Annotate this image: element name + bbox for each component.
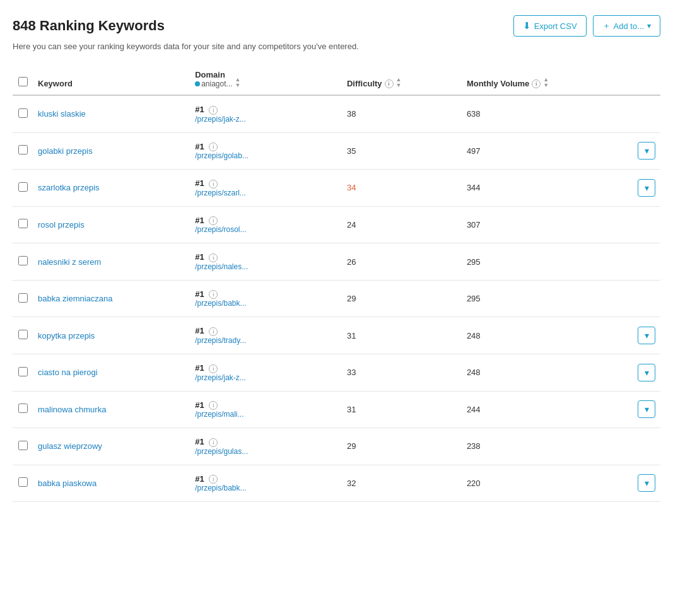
row-checkbox-8[interactable] xyxy=(18,404,28,413)
rank-info-icon[interactable]: i xyxy=(209,216,218,225)
keyword-link[interactable]: szarlotka przepis xyxy=(38,183,100,192)
chevron-down-icon: ▾ xyxy=(645,146,649,156)
row-dropdown-button[interactable]: ▾ xyxy=(638,474,655,492)
chevron-down-icon: ▾ xyxy=(647,21,651,30)
row-checkbox-cell[interactable] xyxy=(13,206,33,243)
keyword-cell: rosol przepis xyxy=(33,206,190,243)
keyword-link[interactable]: ciasto na pierogi xyxy=(38,368,98,377)
row-checkbox-1[interactable] xyxy=(18,145,28,154)
difficulty-sort-icon: ▲▼ xyxy=(396,77,402,88)
row-checkbox-cell[interactable] xyxy=(13,391,33,428)
row-checkbox-cell[interactable] xyxy=(13,170,33,207)
row-checkbox-cell[interactable] xyxy=(13,132,33,170)
table-header-row: Keyword Domain aniagot... ▲▼ xyxy=(13,64,660,95)
difficulty-info-icon[interactable]: i xyxy=(385,79,394,88)
monthly-volume-cell: 238 xyxy=(462,428,633,465)
rank-number: #1 xyxy=(195,400,204,410)
rank-info-icon[interactable]: i xyxy=(209,142,218,151)
domain-sort-icon: ▲▼ xyxy=(235,77,241,88)
rank-cell: #1 i /przepis/trady... xyxy=(190,317,342,354)
keyword-cell: babka piaskowa xyxy=(33,465,190,502)
row-dropdown-button[interactable]: ▾ xyxy=(638,327,655,344)
row-dropdown-button[interactable]: ▾ xyxy=(638,400,655,418)
row-checkbox-cell[interactable] xyxy=(13,428,33,465)
keyword-link[interactable]: malinowa chmurka xyxy=(38,405,106,414)
table-body: kluski slaskie #1 i /przepis/jak-z... 38… xyxy=(13,95,660,502)
row-checkbox-cell[interactable] xyxy=(13,243,33,281)
rank-path: /przepis/golab... xyxy=(195,151,337,160)
plus-icon: ＋ xyxy=(602,20,611,32)
rank-info-icon[interactable]: i xyxy=(209,180,218,189)
row-checkbox-cell[interactable] xyxy=(13,354,33,391)
rank-info-icon[interactable]: i xyxy=(209,290,218,299)
domain-column-header[interactable]: Domain aniagot... ▲▼ xyxy=(190,64,342,95)
action-cell: ▾ xyxy=(633,391,660,428)
keyword-link[interactable]: kluski slaskie xyxy=(38,109,86,119)
monthly-value: 220 xyxy=(467,479,481,488)
add-label: Add to... xyxy=(614,21,644,31)
rank-cell: #1 i /przepis/mali... xyxy=(190,391,342,428)
row-checkbox-7[interactable] xyxy=(18,367,28,376)
difficulty-cell: 33 xyxy=(342,354,462,391)
domain-dot-icon xyxy=(195,81,200,86)
keyword-link[interactable]: rosol przepis xyxy=(38,220,85,230)
keyword-link[interactable]: babka piaskowa xyxy=(38,479,97,488)
export-csv-button[interactable]: ⬇ Export CSV xyxy=(513,15,587,37)
table-row: babka piaskowa #1 i /przepis/babk... 32 … xyxy=(13,465,660,502)
difficulty-cell: 35 xyxy=(342,132,462,170)
select-all-header[interactable] xyxy=(13,64,33,95)
row-checkbox-cell[interactable] xyxy=(13,95,33,132)
rank-info-icon[interactable]: i xyxy=(209,475,218,484)
rank-number: #1 xyxy=(195,216,204,225)
rank-info-icon[interactable]: i xyxy=(209,327,218,336)
rank-info-icon[interactable]: i xyxy=(209,438,218,447)
rank-number: #1 xyxy=(195,289,204,299)
rank-path: /przepis/jak-z... xyxy=(195,373,337,382)
row-dropdown-button[interactable]: ▾ xyxy=(638,142,655,160)
action-cell: ▾ xyxy=(633,170,660,207)
difficulty-cell: 31 xyxy=(342,391,462,428)
rank-path: /przepis/gulas... xyxy=(195,447,337,456)
monthly-volume-column-header[interactable]: Monthly Volume i ▲▼ xyxy=(462,64,633,95)
select-all-checkbox[interactable] xyxy=(18,77,28,86)
table-row: golabki przepis #1 i /przepis/golab... 3… xyxy=(13,132,660,170)
row-checkbox-cell[interactable] xyxy=(13,280,33,317)
row-checkbox-9[interactable] xyxy=(18,441,28,450)
table-row: szarlotka przepis #1 i /przepis/szarl...… xyxy=(13,170,660,207)
row-checkbox-3[interactable] xyxy=(18,219,28,228)
rank-cell: #1 i /przepis/gulas... xyxy=(190,428,342,465)
row-checkbox-5[interactable] xyxy=(18,293,28,303)
chevron-down-icon: ▾ xyxy=(645,330,649,340)
keyword-link[interactable]: golabki przepis xyxy=(38,146,93,156)
row-dropdown-button[interactable]: ▾ xyxy=(638,364,655,381)
monthly-info-icon[interactable]: i xyxy=(532,79,541,88)
rank-info-icon[interactable]: i xyxy=(209,106,218,115)
keyword-cell: ciasto na pierogi xyxy=(33,354,190,391)
difficulty-column-header[interactable]: Difficulty i ▲▼ xyxy=(342,64,462,95)
keyword-link[interactable]: nalesniki z serem xyxy=(38,257,101,267)
difficulty-cell: 32 xyxy=(342,465,462,502)
keyword-link[interactable]: babka ziemniaczana xyxy=(38,294,113,303)
row-checkbox-cell[interactable] xyxy=(13,465,33,502)
rank-info-icon[interactable]: i xyxy=(209,364,218,373)
download-icon: ⬇ xyxy=(523,20,531,32)
add-to-button[interactable]: ＋ Add to... ▾ xyxy=(593,15,660,37)
monthly-value: 295 xyxy=(467,257,481,267)
rank-path: /przepis/babk... xyxy=(195,299,337,308)
row-checkbox-2[interactable] xyxy=(18,182,28,192)
row-checkbox-10[interactable] xyxy=(18,477,28,487)
row-checkbox-cell[interactable] xyxy=(13,317,33,354)
keyword-link[interactable]: gulasz wieprzowy xyxy=(38,441,102,451)
difficulty-cell: 29 xyxy=(342,428,462,465)
row-checkbox-6[interactable] xyxy=(18,330,28,339)
action-cell: ▾ xyxy=(633,132,660,170)
row-checkbox-4[interactable] xyxy=(18,256,28,265)
keyword-link[interactable]: kopytka przepis xyxy=(38,331,95,340)
row-dropdown-button[interactable]: ▾ xyxy=(638,179,655,197)
action-cell: ▾ xyxy=(633,317,660,354)
rank-info-icon[interactable]: i xyxy=(209,253,218,262)
rank-cell: #1 i /przepis/nales... xyxy=(190,243,342,281)
table-row: rosol przepis #1 i /przepis/rosol... 24 … xyxy=(13,206,660,243)
row-checkbox-0[interactable] xyxy=(18,108,28,118)
rank-info-icon[interactable]: i xyxy=(209,401,218,410)
